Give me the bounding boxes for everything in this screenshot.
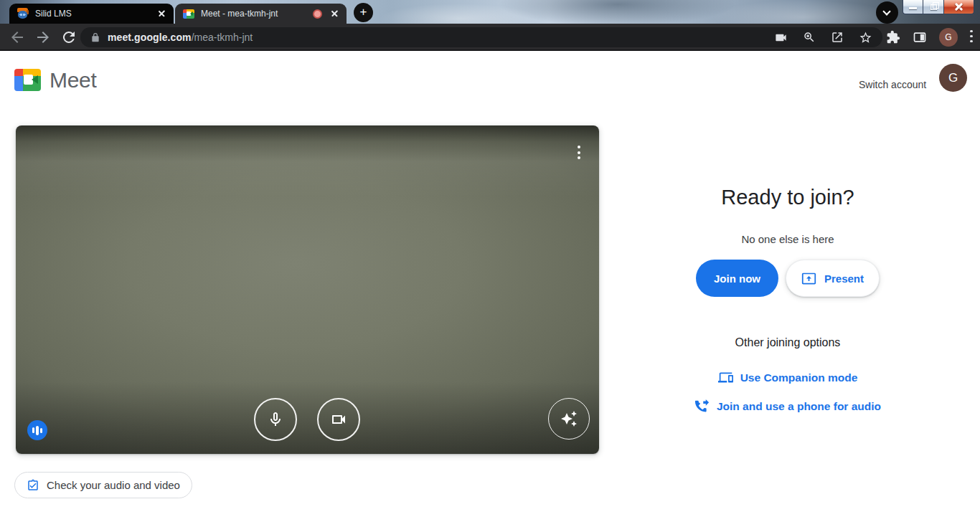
present-button-label: Present [824, 272, 864, 285]
toolbar-right-icons: G [886, 28, 973, 47]
bookmark-star-icon[interactable] [859, 31, 872, 44]
camera-in-use-indicator-icon [313, 9, 322, 19]
profile-avatar[interactable]: G [939, 28, 958, 47]
videocam-icon [330, 411, 347, 428]
companion-devices-icon [718, 370, 733, 385]
reload-icon[interactable] [60, 29, 77, 46]
account-avatar[interactable]: G [939, 64, 967, 92]
url-path: /mea-tkmh-jnt [192, 32, 253, 43]
url-host: meet.google.com [108, 32, 192, 43]
silid-owl-icon [17, 8, 29, 19]
close-tab-icon[interactable] [329, 9, 340, 19]
audio-level-indicator-icon [27, 420, 47, 440]
meet-logo-icon [14, 69, 41, 91]
preview-options-kebab-icon[interactable] [578, 146, 580, 162]
participants-status: No one else is here [673, 233, 903, 245]
clipboard-check-icon [27, 479, 39, 492]
zoom-in-icon[interactable] [803, 31, 816, 44]
page-title: Ready to join? [673, 186, 903, 209]
minimize-icon [909, 7, 917, 9]
check-audio-video-button[interactable]: Check your audio and video [14, 472, 192, 498]
maximize-icon [930, 4, 937, 10]
window-frame-tabstrip: Silid LMS Meet - mea-tkmh-jnt + [0, 0, 980, 24]
close-tab-icon[interactable] [156, 9, 167, 19]
extensions-puzzle-icon[interactable] [886, 30, 900, 44]
tab-silid-lms[interactable]: Silid LMS [9, 4, 174, 24]
companion-mode-link[interactable]: Use Companion mode [651, 370, 924, 385]
switch-account-link[interactable]: Switch account [859, 79, 926, 90]
phone-audio-icon [694, 399, 710, 414]
close-window-button[interactable] [944, 0, 974, 14]
present-button[interactable]: Present [786, 260, 880, 297]
tab-title: Meet - mea-tkmh-jnt [201, 9, 313, 19]
join-actions: Join now Present [673, 260, 903, 297]
visual-effects-button[interactable] [548, 398, 590, 440]
camera-preview [16, 125, 599, 454]
join-now-button[interactable]: Join now [696, 260, 778, 297]
tab-meet[interactable]: Meet - mea-tkmh-jnt [175, 4, 347, 24]
sparkle-icon [560, 410, 578, 427]
maximize-button[interactable] [923, 0, 944, 14]
new-tab-button[interactable]: + [354, 3, 373, 22]
tab-search-button[interactable] [876, 1, 898, 24]
mic-icon [267, 411, 284, 428]
browser-toolbar: meet.google.com/mea-tkmh-jnt G [0, 24, 980, 51]
side-panel-icon[interactable] [913, 30, 927, 44]
share-icon[interactable] [831, 31, 844, 44]
check-audio-video-label: Check your audio and video [47, 479, 180, 491]
phone-audio-link[interactable]: Join and use a phone for audio [651, 399, 924, 414]
browser-menu-kebab-icon[interactable] [970, 30, 973, 45]
chevron-down-icon [882, 7, 890, 15]
camera-toggle-button[interactable] [317, 398, 360, 441]
minimize-button[interactable] [903, 0, 923, 14]
camera-in-use-icon[interactable] [774, 31, 788, 44]
forward-icon[interactable] [34, 29, 52, 46]
meet-logo-text: Meet [50, 68, 97, 92]
lock-icon [90, 32, 100, 43]
companion-mode-label: Use Companion mode [740, 371, 858, 384]
other-options-title: Other joining options [673, 336, 903, 349]
close-icon [954, 2, 963, 11]
meet-favicon-icon [183, 9, 194, 19]
back-icon[interactable] [9, 29, 26, 46]
meet-prejoin-page: Meet Switch account G Ready to join? No … [0, 52, 980, 522]
tab-title: Silid LMS [35, 9, 156, 19]
phone-audio-label: Join and use a phone for audio [717, 400, 881, 413]
present-to-all-icon [801, 271, 816, 286]
mic-toggle-button[interactable] [254, 398, 297, 441]
window-controls [903, 0, 974, 14]
address-bar[interactable]: meet.google.com/mea-tkmh-jnt [80, 27, 882, 47]
